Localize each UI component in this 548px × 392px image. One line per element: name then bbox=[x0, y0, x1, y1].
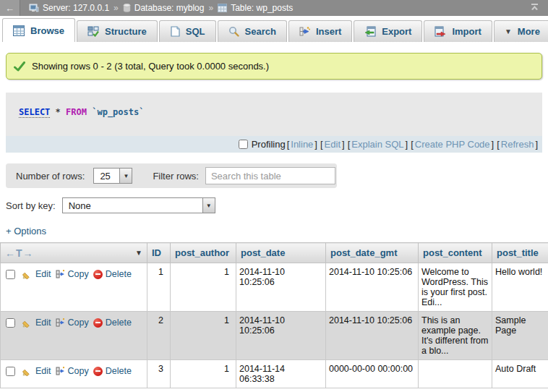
profiling-checkbox[interactable] bbox=[239, 140, 248, 149]
delete-label: Delete bbox=[106, 269, 132, 279]
row-checkbox[interactable] bbox=[6, 367, 15, 376]
tab-export[interactable]: Export bbox=[354, 20, 422, 42]
delete-icon bbox=[93, 270, 103, 279]
copy-button[interactable]: Copy bbox=[56, 269, 89, 279]
cell-post-author: 1 bbox=[171, 263, 236, 312]
column-options-header[interactable]: ←T→ ▼ bbox=[1, 243, 147, 263]
cell-post-content bbox=[419, 360, 492, 388]
bracket: [ bbox=[411, 139, 414, 150]
copy-button[interactable]: Copy bbox=[56, 366, 89, 376]
copy-icon bbox=[56, 318, 65, 328]
tab-more[interactable]: ▼ More bbox=[494, 20, 548, 42]
collapse-navigation-button[interactable] bbox=[530, 3, 539, 13]
cell-id: 1 bbox=[147, 263, 171, 312]
edit-button[interactable]: Edit bbox=[22, 269, 51, 279]
row-checkbox[interactable] bbox=[6, 318, 15, 328]
tab-structure[interactable]: Structure bbox=[77, 20, 158, 42]
number-of-rows-select[interactable]: 25 ▼ bbox=[93, 168, 132, 184]
back-button[interactable]: ← bbox=[0, 0, 20, 16]
bracket: ] bbox=[314, 139, 317, 150]
copy-label: Copy bbox=[68, 366, 89, 376]
column-header-post-content[interactable]: post_content bbox=[419, 243, 492, 263]
success-check-icon bbox=[14, 61, 25, 72]
bracket: [ bbox=[287, 139, 290, 150]
tab-search-label: Search bbox=[245, 26, 276, 37]
breadcrumb-table[interactable]: Table: wp_posts bbox=[218, 3, 293, 13]
inline-link[interactable]: Inline bbox=[291, 139, 313, 150]
tab-export-label: Export bbox=[382, 26, 411, 37]
refresh-link[interactable]: Refresh bbox=[501, 139, 534, 150]
breadcrumb-database[interactable]: Database: myblog bbox=[123, 3, 205, 13]
breadcrumb-database-label: Database: myblog bbox=[134, 3, 205, 13]
tab-insert-label: Insert bbox=[316, 26, 341, 37]
copy-label: Copy bbox=[68, 318, 89, 328]
browse-icon bbox=[13, 25, 25, 36]
tab-structure-label: Structure bbox=[105, 26, 147, 37]
edit-label: Edit bbox=[35, 269, 51, 279]
tab-search[interactable]: Search bbox=[218, 20, 287, 42]
cell-post-content: Welcome to WordPress. This is your first… bbox=[419, 263, 492, 312]
column-header-post-title[interactable]: post_title bbox=[492, 243, 548, 263]
database-icon bbox=[123, 4, 131, 12]
tab-import[interactable]: Import bbox=[424, 20, 492, 42]
cell-post-content: This is an example page. It's different … bbox=[419, 312, 492, 360]
tab-sql[interactable]: SQL bbox=[159, 20, 216, 42]
dropdown-arrow-icon: ▼ bbox=[119, 169, 132, 183]
bracket: ] bbox=[535, 139, 538, 150]
options-toggle-link[interactable]: + Options bbox=[6, 226, 46, 237]
pencil-icon bbox=[22, 366, 33, 376]
status-message-text: Showing rows 0 - 2 (3 total, Query took … bbox=[32, 61, 269, 72]
dropdown-arrow-icon: ▼ bbox=[202, 198, 215, 213]
delete-button[interactable]: Delete bbox=[93, 366, 132, 376]
table-row: Edit Copy Delete 1 1 2014-11-10 10:25:06… bbox=[1, 263, 548, 312]
sql-table-name: `wp_posts` bbox=[92, 107, 144, 117]
column-header-post-author[interactable]: post_author bbox=[171, 243, 236, 263]
tab-sql-label: SQL bbox=[186, 26, 205, 37]
sql-query-box: SELECT * FROM `wp_posts` bbox=[6, 93, 542, 136]
breadcrumb-server[interactable]: Server: 127.0.0.1 bbox=[29, 3, 109, 13]
column-header-id[interactable]: ID bbox=[147, 243, 171, 263]
copy-icon bbox=[56, 366, 65, 376]
number-of-rows-value: 25 bbox=[94, 171, 116, 182]
cell-id: 2 bbox=[147, 312, 171, 360]
delete-button[interactable]: Delete bbox=[93, 318, 132, 328]
create-php-code-link[interactable]: Create PHP Code bbox=[415, 139, 490, 150]
sort-row: Sort by key: None ▼ bbox=[6, 197, 548, 213]
filter-rows-input[interactable] bbox=[205, 167, 335, 184]
tab-insert[interactable]: Insert bbox=[288, 20, 352, 42]
cell-post-title: Hello world! bbox=[492, 263, 548, 312]
breadcrumb: Server: 127.0.0.1 » Database: myblog » T… bbox=[20, 3, 293, 13]
breadcrumb-separator: » bbox=[114, 3, 119, 13]
edit-button[interactable]: Edit bbox=[22, 366, 51, 376]
cell-post-title: Sample Page bbox=[492, 312, 548, 360]
sql-star: * bbox=[56, 107, 61, 117]
pencil-icon bbox=[22, 318, 33, 328]
tab-more-label: More bbox=[518, 26, 540, 37]
rows-filter-bar: Number of rows: 25 ▼ Filter rows: bbox=[6, 163, 337, 188]
import-icon bbox=[434, 26, 446, 37]
column-header-post-date-gmt[interactable]: post_date_gmt bbox=[326, 243, 419, 263]
bracket: ] bbox=[342, 139, 345, 150]
table-header-row: ←T→ ▼ ID post_author post_date post_date… bbox=[1, 243, 548, 263]
tab-browse[interactable]: Browse bbox=[2, 18, 75, 42]
bracket: ] bbox=[492, 139, 495, 150]
breadcrumb-table-label: Table: wp_posts bbox=[231, 3, 293, 13]
explain-sql-link[interactable]: Explain SQL bbox=[351, 139, 403, 150]
swap-axis-icon[interactable]: ←T→ bbox=[5, 247, 34, 259]
sort-by-key-select[interactable]: None ▼ bbox=[62, 197, 215, 213]
edit-query-link[interactable]: Edit bbox=[325, 139, 341, 150]
delete-button[interactable]: Delete bbox=[93, 269, 132, 279]
tab-browse-label: Browse bbox=[30, 25, 64, 36]
copy-button[interactable]: Copy bbox=[56, 318, 89, 328]
edit-label: Edit bbox=[35, 366, 51, 376]
delete-icon bbox=[93, 367, 103, 376]
filter-rows-label: Filter rows: bbox=[153, 171, 199, 182]
edit-button[interactable]: Edit bbox=[22, 318, 51, 328]
row-checkbox[interactable] bbox=[6, 270, 15, 279]
column-header-post-date[interactable]: post_date bbox=[236, 243, 326, 263]
breadcrumb-separator: » bbox=[208, 3, 213, 13]
cell-post-date-gmt: 2014-11-10 10:25:06 bbox=[326, 263, 419, 312]
number-of-rows-label: Number of rows: bbox=[16, 171, 85, 182]
sort-caret-icon[interactable]: ▼ bbox=[135, 249, 142, 257]
cell-post-date: 2014-11-10 10:25:06 bbox=[236, 263, 326, 312]
